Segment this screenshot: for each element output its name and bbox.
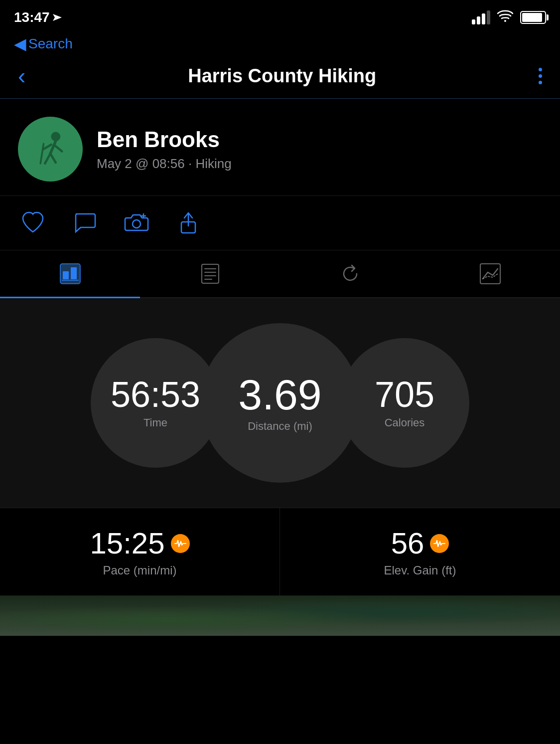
svg-line-5 — [50, 154, 56, 163]
tab-history[interactable] — [280, 250, 420, 297]
back-label[interactable]: Search — [28, 36, 73, 52]
like-button[interactable] — [20, 210, 46, 236]
distance-label: Distance (mi) — [248, 420, 312, 433]
status-time-area: 13:47 — [14, 9, 62, 25]
profile-meta: May 2 @ 08:56 · Hiking — [97, 156, 232, 172]
nav-back-button[interactable]: ‹ — [18, 62, 25, 89]
avatar-icon — [28, 127, 73, 172]
add-photo-button[interactable] — [124, 210, 149, 236]
distance-stat-circle: 3.69 Distance (mi) — [200, 323, 360, 483]
pace-value: 15:25 — [90, 526, 164, 560]
svg-line-6 — [55, 146, 62, 152]
avatar[interactable] — [18, 117, 83, 182]
svg-marker-0 — [53, 14, 62, 21]
distance-stat-wrapper: 3.69 Distance (mi) — [200, 323, 360, 483]
camera-plus-icon — [124, 210, 149, 236]
chart-tab-icon — [478, 261, 503, 286]
svg-rect-15 — [63, 271, 69, 279]
garmin-pulse-icon-2 — [433, 537, 446, 550]
tab-chart[interactable] — [420, 250, 560, 297]
garmin-pulse-icon — [174, 537, 187, 550]
tab-overview[interactable] — [0, 250, 140, 297]
svg-line-7 — [40, 144, 43, 164]
status-time: 13:47 — [14, 9, 50, 25]
svg-rect-18 — [202, 264, 219, 283]
heart-icon — [20, 210, 46, 236]
garmin-badge-elevation — [430, 534, 449, 553]
overview-tab-icon — [58, 261, 83, 286]
calories-label: Calories — [385, 416, 425, 429]
svg-point-1 — [504, 20, 506, 22]
share-button[interactable] — [175, 210, 201, 236]
nav-bar: ‹ Harris County Hiking — [0, 57, 560, 99]
time-value: 56:53 — [111, 376, 200, 412]
profile-name: Ben Brooks — [97, 127, 232, 152]
pace-stat-cell: 15:25 Pace (min/mi) — [0, 508, 280, 596]
wifi-icon — [497, 9, 513, 25]
map-area[interactable] — [0, 596, 560, 636]
back-chevron-icon: ◀ — [14, 34, 26, 53]
profile-info: Ben Brooks May 2 @ 08:56 · Hiking — [97, 127, 232, 172]
battery-icon — [520, 11, 546, 24]
tab-details[interactable] — [140, 250, 280, 297]
garmin-badge-pace — [171, 534, 190, 553]
svg-point-9 — [133, 220, 140, 228]
svg-line-3 — [50, 141, 56, 154]
comment-icon — [72, 210, 98, 236]
back-nav: ◀ Search — [0, 30, 560, 57]
nav-title: Harris County Hiking — [25, 65, 539, 87]
details-tab-icon — [198, 261, 223, 286]
status-bar: 13:47 — [0, 0, 560, 30]
stats-section: 56:53 Time 3.69 Distance (mi) 705 Calori… — [0, 298, 560, 508]
elevation-label: Elev. Gain (ft) — [384, 563, 456, 577]
comment-button[interactable] — [72, 210, 98, 236]
calories-value: 705 — [375, 376, 434, 412]
more-menu-button[interactable] — [539, 68, 542, 84]
location-icon — [53, 12, 62, 23]
svg-line-4 — [45, 154, 50, 164]
tab-row — [0, 250, 560, 298]
svg-line-8 — [44, 145, 51, 149]
svg-point-2 — [51, 132, 60, 141]
elevation-value: 56 — [391, 526, 424, 560]
signal-icon — [472, 10, 490, 24]
history-tab-icon — [338, 261, 363, 286]
bottom-stats-grid: 15:25 Pace (min/mi) 56 Elev. Gain (ft) — [0, 508, 560, 596]
distance-value: 3.69 — [238, 373, 321, 416]
share-icon — [175, 210, 201, 236]
time-label: Time — [143, 416, 167, 429]
svg-rect-16 — [71, 267, 77, 279]
pace-label: Pace (min/mi) — [103, 563, 176, 577]
elevation-stat-cell: 56 Elev. Gain (ft) — [280, 508, 560, 596]
actions-row — [0, 196, 560, 250]
status-indicators — [472, 9, 546, 25]
profile-section: Ben Brooks May 2 @ 08:56 · Hiking — [0, 99, 560, 196]
